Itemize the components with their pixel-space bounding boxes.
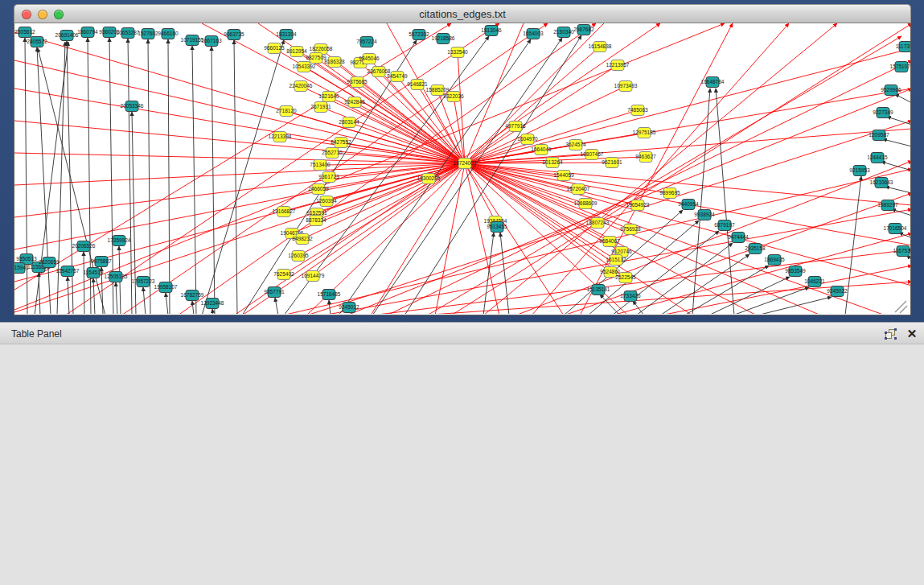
graph-node[interactable]: 9440954 bbox=[678, 200, 699, 210]
graph-node[interactable]: 1527602 bbox=[138, 29, 158, 39]
graph-node[interactable]: 9146821 bbox=[407, 80, 428, 90]
graph-node[interactable]: 19166827 bbox=[273, 207, 296, 217]
graph-node[interactable]: 9245022 bbox=[827, 286, 848, 297]
graph-node[interactable]: 4977916 bbox=[505, 122, 526, 132]
graph-edge[interactable] bbox=[192, 46, 196, 314]
graph-node[interactable]: 19218586 bbox=[432, 34, 455, 44]
graph-node[interactable]: 16648784 bbox=[701, 77, 725, 88]
graph-node[interactable]: 2522545 bbox=[615, 273, 636, 283]
graph-node[interactable]: 1046221 bbox=[804, 277, 825, 287]
graph-edge[interactable] bbox=[483, 23, 837, 314]
graph-node[interactable]: 1667163 bbox=[201, 36, 222, 47]
graph-node[interactable]: 9853549 bbox=[785, 266, 806, 277]
graph-edge[interactable] bbox=[465, 163, 499, 314]
close-panel-icon[interactable]: ✕ bbox=[906, 327, 918, 341]
graph-edge[interactable] bbox=[116, 282, 117, 314]
graph-node[interactable]: 7625402 bbox=[273, 270, 294, 280]
graph-edge[interactable] bbox=[25, 38, 27, 314]
graph-node[interactable]: 2505612 bbox=[14, 27, 35, 38]
graph-node[interactable]: 1154519 bbox=[84, 268, 104, 278]
graph-node[interactable]: 2803144 bbox=[339, 117, 359, 128]
graph-node[interactable]: 1209587 bbox=[869, 130, 889, 141]
graph-edge[interactable] bbox=[532, 23, 789, 314]
graph-node[interactable]: 7513400 bbox=[310, 160, 331, 171]
graph-node[interactable]: 7485063 bbox=[627, 105, 648, 116]
graph-edge[interactable] bbox=[895, 94, 910, 103]
graph-node[interactable]: 9227349 bbox=[873, 108, 893, 118]
graph-node[interactable]: 8427552 bbox=[331, 138, 351, 148]
graph-node[interactable]: 10688609 bbox=[574, 199, 598, 209]
graph-node[interactable]: 9466160 bbox=[158, 29, 179, 39]
graph-node[interactable]: 15716485 bbox=[318, 290, 341, 300]
graph-node[interactable]: 16914479 bbox=[302, 271, 325, 282]
graph-edge[interactable] bbox=[84, 252, 84, 314]
graph-edge[interactable] bbox=[68, 277, 69, 314]
graph-edge[interactable] bbox=[178, 23, 596, 314]
graph-edge[interactable] bbox=[465, 163, 885, 314]
graph-edge[interactable] bbox=[14, 163, 465, 249]
graph-node[interactable]: 12942757 bbox=[56, 266, 80, 277]
graph-node[interactable]: 6879197 bbox=[714, 220, 735, 231]
network-window-titlebar[interactable]: citations_edges.txt bbox=[14, 4, 911, 23]
graph-edge[interactable] bbox=[387, 60, 910, 314]
graph-node[interactable]: 16154838 bbox=[589, 42, 612, 52]
graph-node[interactable]: 8498232 bbox=[292, 234, 313, 245]
graph-node[interactable]: 12975185 bbox=[633, 128, 656, 138]
graph-edge[interactable] bbox=[708, 277, 790, 314]
graph-node[interactable]: 16782759 bbox=[181, 290, 204, 301]
graph-edge[interactable] bbox=[329, 300, 331, 314]
graph-edge[interactable] bbox=[600, 295, 620, 314]
graph-node[interactable]: 20691406 bbox=[55, 31, 79, 41]
graph-node[interactable]: 9938924 bbox=[694, 210, 715, 220]
graph-node[interactable]: 9063735 bbox=[224, 30, 244, 40]
graph-node[interactable]: 1664041 bbox=[531, 145, 552, 155]
graph-node[interactable]: 17359924 bbox=[108, 236, 131, 246]
graph-edge[interactable] bbox=[887, 117, 910, 125]
graph-node[interactable]: 15751074 bbox=[890, 62, 910, 72]
graph-node[interactable]: 2150340 bbox=[553, 27, 574, 38]
graph-node[interactable]: 12213394 bbox=[269, 132, 292, 142]
graph-node[interactable]: 9474444 bbox=[728, 233, 749, 243]
graph-node[interactable]: 1869435 bbox=[764, 255, 785, 266]
graph-edge[interactable] bbox=[465, 163, 910, 286]
graph-edge[interactable] bbox=[885, 187, 910, 193]
graph-node[interactable]: 12505135 bbox=[105, 272, 128, 282]
graph-edge[interactable] bbox=[845, 176, 861, 314]
graph-edge[interactable] bbox=[192, 301, 194, 314]
graph-node[interactable]: 9621601 bbox=[602, 158, 622, 168]
graph-node[interactable]: 1733426 bbox=[620, 291, 641, 302]
graph-node[interactable]: 2405572 bbox=[27, 37, 47, 47]
graph-node[interactable]: 9857791 bbox=[264, 287, 285, 298]
graph-node[interactable]: 1117398 bbox=[896, 42, 910, 52]
graph-node[interactable]: 1831304 bbox=[276, 30, 297, 40]
graph-node[interactable]: 1813046 bbox=[481, 26, 502, 36]
graph-edge[interactable] bbox=[166, 293, 168, 314]
graph-node[interactable]: 20206526 bbox=[72, 241, 96, 252]
graph-edge[interactable] bbox=[883, 139, 910, 146]
graph-node[interactable]: 17016504 bbox=[884, 224, 907, 234]
graph-edge[interactable] bbox=[465, 163, 638, 205]
graph-edge[interactable] bbox=[500, 233, 509, 314]
graph-node[interactable]: 9975887 bbox=[91, 257, 112, 267]
graph-node[interactable]: 2718120 bbox=[276, 106, 297, 117]
graph-node[interactable]: 16210643 bbox=[870, 178, 893, 188]
graph-node[interactable]: 2987682 bbox=[573, 25, 594, 35]
graph-node[interactable]: 10807467 bbox=[581, 150, 604, 160]
graph-node[interactable]: 9513455 bbox=[487, 222, 507, 233]
canvas-resize-grip[interactable] bbox=[895, 301, 907, 313]
graph-edge[interactable] bbox=[483, 233, 494, 314]
graph-node[interactable]: 15135141 bbox=[587, 285, 610, 295]
graph-node[interactable]: 9215953 bbox=[849, 166, 870, 176]
graph-edge[interactable] bbox=[212, 309, 213, 314]
network-canvas[interactable]: 1872400718300295193845549660123891295418… bbox=[14, 23, 911, 315]
graph-node[interactable]: 1989297 bbox=[877, 200, 898, 211]
graph-node[interactable]: 1167534 bbox=[893, 246, 910, 257]
graph-node[interactable]: 10543392 bbox=[293, 62, 316, 72]
graph-node[interactable]: 2935158 bbox=[745, 244, 766, 254]
graph-node[interactable]: 10653287 bbox=[117, 28, 140, 39]
graph-edge[interactable] bbox=[636, 243, 733, 314]
graph-edge[interactable] bbox=[275, 298, 278, 314]
graph-node[interactable]: 2552710 bbox=[322, 148, 343, 159]
graph-edge[interactable] bbox=[757, 297, 832, 314]
graph-node[interactable]: 12213957 bbox=[606, 60, 630, 71]
